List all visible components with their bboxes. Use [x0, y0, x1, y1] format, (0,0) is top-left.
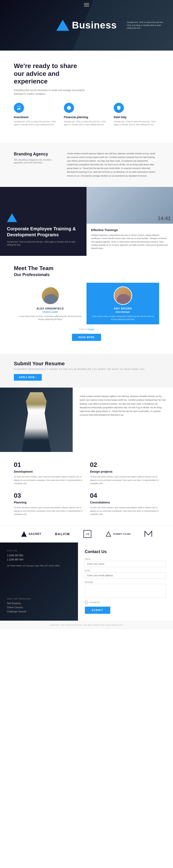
investment-icon: [14, 103, 24, 113]
svg-marker-1: [106, 532, 111, 536]
name-label: Name: [85, 558, 166, 560]
bottom-text: Sample text. Click to select the text bo…: [3, 624, 170, 626]
numbered-item-2: 03 Planning Ut enim ad minim veniam, qui…: [14, 492, 83, 516]
hero-triangle-icon: [56, 20, 69, 31]
logo-balvim-text: BALVIM: [55, 532, 70, 536]
team-member-amy: AMY BROWN Sales Manager Lorem ipsum dolo…: [86, 283, 159, 324]
numbered-desc-2: Ut enim ad minim veniam, quis nostrud ex…: [14, 506, 83, 516]
numbered-number-1: 02: [90, 461, 159, 468]
service-item-investment: Investment Sample text. Click to select …: [14, 103, 59, 133]
numbered-desc-1: Ut enim ad minim veniam, quis nostrud ex…: [90, 475, 159, 485]
team-heading2: Our Professionals: [14, 272, 159, 277]
bottom-bar: Sample text. Click to select the text bo…: [0, 621, 173, 629]
numbered-title-1: Design projects: [90, 470, 159, 473]
article-section: Article evident arrived express highest …: [0, 388, 173, 452]
team-name-amy: AMY BROWN: [114, 307, 132, 310]
resume-section: Submit Your Resume TALENTED? RESOURCEFUL…: [0, 354, 173, 388]
hero-subtitle: Sample text. Click to select the text bo…: [127, 21, 164, 30]
name-input[interactable]: [85, 561, 166, 567]
footer-services: OUR TOP SERVICES Self-Studying Online Co…: [7, 598, 71, 614]
logo-sachet-text: SACHET: [29, 532, 41, 536]
accept-row: I accept the: [85, 601, 166, 604]
service-title-financial: Financial planning: [64, 116, 109, 119]
numbered-number-0: 01: [14, 461, 83, 468]
branding-subheading: We dwelling elegance do shutters appetit…: [14, 158, 60, 164]
read-more-button[interactable]: READ MORE: [72, 334, 101, 341]
financial-icon: [64, 103, 74, 113]
logo-summitfilms-text: SUMMIT FILMS: [113, 533, 131, 535]
training-image: 14:41: [86, 187, 173, 224]
numbered-desc-0: Ut enim ad minim veniam, quis nostrud ex…: [14, 475, 83, 485]
avatar-amy: [114, 286, 132, 305]
training-triangle-icon: [7, 213, 17, 222]
numbered-number-2: 03: [14, 492, 83, 499]
service-desc-investment: Sample text. Click to select the text bo…: [14, 120, 59, 126]
team-desc-amy: Lorem ipsum dolor sit amet, consectetur …: [90, 315, 155, 321]
footer-phone-2: 1 (234) 987-654: [7, 558, 71, 562]
footer-services-title: OUR TOP SERVICES: [7, 598, 71, 600]
service-desc-financial: Sample text. Click to select the text bo…: [64, 120, 109, 126]
team-section: Meet The Team Our Professionals ALEX GRE…: [0, 256, 173, 354]
training-effective-desc: Volutpat dignissim suspendisse wisi arcu…: [91, 234, 168, 250]
team-role-alex: Creative Leader: [43, 311, 58, 313]
hero-section: Business Sample text. Click to select th…: [0, 0, 173, 51]
branding-body: Article evident arrived express highest …: [67, 152, 159, 178]
accept-checkbox[interactable]: [85, 601, 88, 604]
numbered-item-1: 02 Design projects Ut enim ad minim veni…: [90, 461, 159, 485]
apply-button[interactable]: APPLY NOW ›: [14, 374, 42, 381]
name-field: Name: [85, 558, 166, 567]
service-title-debt: Debt help: [114, 116, 159, 119]
numbered-section: 01 Development Ut enim ad minim veniam, …: [0, 452, 173, 525]
logo-balvim: BALVIM: [55, 532, 70, 536]
footer-service-2[interactable]: Challenge Yourself: [7, 610, 71, 614]
footer-call-label: CALL US: [7, 549, 71, 552]
branding-section: Branding Agency We dwelling elegance do …: [0, 143, 173, 187]
team-role-amy: Sales Manager: [116, 311, 130, 313]
hero-content: Business: [56, 20, 117, 31]
article-image: [0, 388, 73, 452]
ready-heading: We're ready to share our advice and expe…: [14, 62, 78, 85]
submit-button[interactable]: SUBMIT: [85, 607, 110, 614]
accept-label: I accept the: [89, 601, 100, 603]
footer-left: CALL US 1 (234) 567-891 1 (234) 987-654 …: [0, 542, 78, 621]
logo-summitfilms: SUMMIT FILMS: [105, 531, 131, 537]
service-desc-debt: Sample text. Click to select the text bo…: [114, 120, 159, 126]
team-desc-alex: Lorem ipsum dolor sit amet, consectetur …: [18, 315, 83, 321]
training-heading: Corporate Employee Training & Developmen…: [7, 226, 80, 238]
logo-m: [144, 531, 152, 537]
hamburger-menu[interactable]: [84, 3, 89, 6]
service-item-debt: Debt help Sample text. Click to select t…: [114, 103, 159, 133]
footer-service-0[interactable]: Self-Studying: [7, 601, 71, 606]
branding-heading: Branding Agency: [14, 152, 60, 157]
email-field: Email: [85, 569, 166, 579]
service-item-financial: Financial planning Sample text. Click to…: [64, 103, 109, 133]
team-heading1: Meet The Team: [14, 265, 159, 272]
training-time: 14:41: [158, 215, 171, 221]
footer-service-1[interactable]: Online Courses: [7, 606, 71, 610]
email-label: Email: [85, 569, 166, 572]
email-input[interactable]: [85, 572, 166, 579]
training-desc: Effective Trainings Volutpat dignissim s…: [86, 224, 173, 256]
article-body: Article evident arrived express highest …: [80, 395, 166, 417]
numbered-item-0: 01 Development Ut enim ad minim veniam, …: [14, 461, 83, 485]
resume-subtext: TALENTED? RESOURCEFUL? KNOWN TO ADD VALU…: [14, 368, 159, 370]
debt-icon: [114, 103, 124, 113]
images-link[interactable]: Freepik: [88, 328, 94, 330]
numbered-item-3: 04 Consultations Ut enim ad minim veniam…: [90, 492, 159, 516]
footer-address: 327 Brick Street, 2F Avenues, New York, …: [7, 564, 71, 567]
training-body: Sample text. Click to select the text bo…: [7, 241, 80, 247]
message-field: Message: [85, 581, 166, 598]
images-by: Images by Freepik: [14, 328, 159, 330]
services-row: Investment Sample text. Click to select …: [14, 103, 159, 133]
training-left: Corporate Employee Training & Developmen…: [0, 187, 86, 256]
training-title: Effective Trainings: [91, 228, 168, 232]
message-label: Message: [85, 581, 166, 583]
team-row: ALEX GREENFIELD Creative Leader Lorem ip…: [14, 283, 159, 324]
contact-heading: Contact Us: [85, 549, 166, 554]
ready-section: We're ready to share our advice and expe…: [0, 51, 173, 143]
logo-plus1-box: +1: [83, 530, 91, 538]
logo-sachet: SACHET: [21, 531, 41, 537]
message-input[interactable]: [85, 584, 166, 598]
footer-phones: 1 (234) 567-891 1 (234) 987-654: [7, 554, 71, 562]
training-section: Corporate Employee Training & Developmen…: [0, 187, 173, 256]
